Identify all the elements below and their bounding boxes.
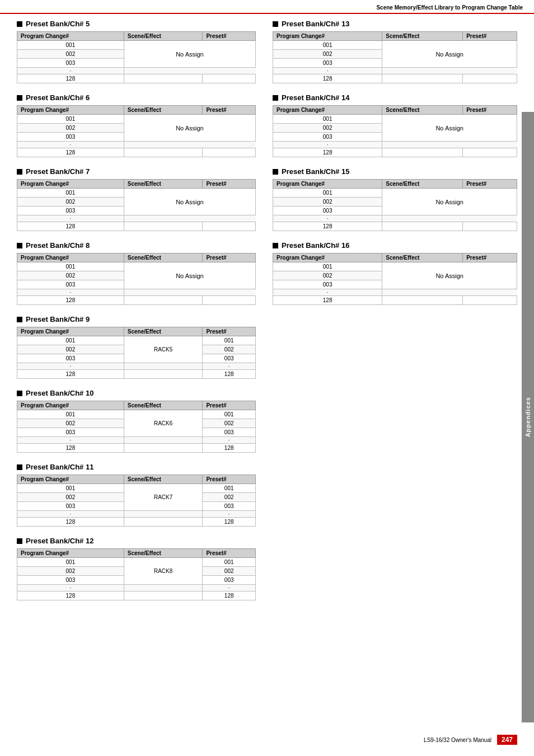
section-title-bank14: Preset Bank/Ch# 14	[273, 93, 517, 102]
program-cell: 003	[273, 133, 382, 142]
scene-cell: No Assign	[124, 189, 255, 215]
content-area: Preset Bank/Ch# 5Program Change#Scene/Ef…	[0, 20, 534, 611]
title-text: Preset Bank/Ch# 8	[26, 241, 90, 250]
table-bank13: Program Change#Scene/EffectPreset#001No …	[273, 31, 517, 83]
table-row: ·	[17, 215, 256, 222]
table-row: 001RACK6001	[17, 410, 256, 419]
program-cell: ·	[17, 585, 124, 591]
col-header: Program Change#	[273, 253, 382, 262]
program-cell: 003	[273, 206, 382, 215]
col-header: Program Change#	[17, 32, 124, 41]
col-header: Preset#	[463, 32, 517, 41]
title-text: Preset Bank/Ch# 6	[26, 93, 90, 102]
scene-cell	[382, 74, 463, 83]
program-cell: 001	[17, 262, 124, 271]
program-cell: 003	[17, 133, 124, 142]
table-row: 128	[273, 148, 517, 157]
program-cell: 002	[17, 345, 124, 354]
program-cell: 128	[273, 148, 382, 157]
effect-cell	[124, 444, 203, 453]
title-text: Preset Bank/Ch# 10	[26, 389, 93, 397]
title-text: Preset Bank/Ch# 7	[26, 167, 90, 176]
dot-cell	[203, 215, 256, 222]
program-cell: 001	[17, 115, 124, 124]
col-header: Scene/Effect	[124, 549, 203, 558]
dot-cell: ·	[17, 142, 124, 148]
section-title-bank13: Preset Bank/Ch# 13	[273, 20, 517, 28]
section-bank11: Preset Bank/Ch# 11Program Change#Scene/E…	[17, 463, 256, 527]
section-title-bank5: Preset Bank/Ch# 5	[17, 20, 256, 28]
square-icon	[273, 169, 278, 175]
effect-cell	[124, 363, 203, 370]
program-cell: 128	[17, 222, 124, 231]
left-column: Preset Bank/Ch# 5Program Change#Scene/Ef…	[17, 20, 267, 611]
col-header: Scene/Effect	[382, 180, 463, 189]
table-bank12: Program Change#Scene/EffectPreset#001RAC…	[17, 548, 256, 600]
title-text: Preset Bank/Ch# 13	[282, 20, 349, 28]
program-cell: 002	[273, 198, 382, 206]
scene-cell	[124, 74, 203, 83]
preset-cell: 001	[203, 410, 256, 419]
table-row: ·	[273, 289, 517, 296]
preset-cell: 003	[203, 502, 256, 511]
section-bank12: Preset Bank/Ch# 12Program Change#Scene/E…	[17, 537, 256, 600]
table-row: ·	[273, 68, 517, 74]
square-icon	[17, 21, 22, 27]
dot-cell: ·	[273, 289, 382, 296]
preset-cell: ·	[203, 363, 256, 370]
square-icon	[17, 95, 22, 101]
effect-cell: RACK5	[124, 336, 203, 363]
preset-cell	[203, 148, 256, 157]
table-row: 001RACK8001	[17, 558, 256, 567]
table-row: 001RACK7001	[17, 484, 256, 493]
scene-cell: No Assign	[382, 41, 517, 68]
square-icon	[17, 317, 22, 322]
col-header: Scene/Effect	[124, 180, 203, 189]
col-header: Scene/Effect	[124, 106, 203, 115]
section-bank9: Preset Bank/Ch# 9Program Change#Scene/Ef…	[17, 315, 256, 379]
dot-cell: ·	[273, 142, 382, 148]
program-cell: 001	[17, 558, 124, 567]
scene-cell	[124, 222, 203, 231]
dot-cell	[382, 215, 463, 222]
effect-cell	[124, 511, 203, 518]
table-row: ··	[17, 511, 256, 518]
right-column: Preset Bank/Ch# 13Program Change#Scene/E…	[267, 20, 517, 611]
effect-cell	[124, 585, 203, 591]
program-cell: 002	[17, 50, 124, 59]
dot-cell	[203, 68, 256, 74]
table-row: ·	[17, 289, 256, 296]
col-header: Program Change#	[273, 106, 382, 115]
col-header: Preset#	[203, 549, 256, 558]
program-cell: 002	[273, 124, 382, 133]
preset-cell: 128	[203, 518, 256, 527]
col-header: Program Change#	[17, 475, 124, 484]
program-cell: 001	[17, 189, 124, 198]
program-cell: 128	[273, 222, 382, 231]
col-header: Scene/Effect	[124, 32, 203, 41]
table-row: 128	[17, 74, 256, 83]
col-header: Preset#	[203, 106, 256, 115]
program-cell: 001	[273, 115, 382, 124]
table-row: 001No Assign	[17, 189, 256, 198]
program-cell: 128	[17, 148, 124, 157]
program-cell: 002	[17, 198, 124, 206]
table-row: ··	[17, 585, 256, 591]
program-cell: 003	[17, 59, 124, 68]
program-cell: 128	[17, 370, 124, 379]
effect-cell	[124, 370, 203, 379]
program-cell: 001	[17, 484, 124, 493]
program-cell: 003	[17, 354, 124, 363]
table-row: 001RACK5001	[17, 336, 256, 345]
col-header: Scene/Effect	[124, 327, 203, 336]
table-row: 128	[17, 296, 256, 305]
section-title-bank10: Preset Bank/Ch# 10	[17, 389, 256, 397]
scene-cell	[382, 148, 463, 157]
scene-cell: No Assign	[124, 262, 255, 289]
table-row: ·	[273, 142, 517, 148]
preset-cell: 001	[203, 484, 256, 493]
table-bank11: Program Change#Scene/EffectPreset#001RAC…	[17, 475, 256, 527]
dot-cell	[124, 142, 203, 148]
col-header: Preset#	[203, 180, 256, 189]
table-row: 128	[273, 222, 517, 231]
